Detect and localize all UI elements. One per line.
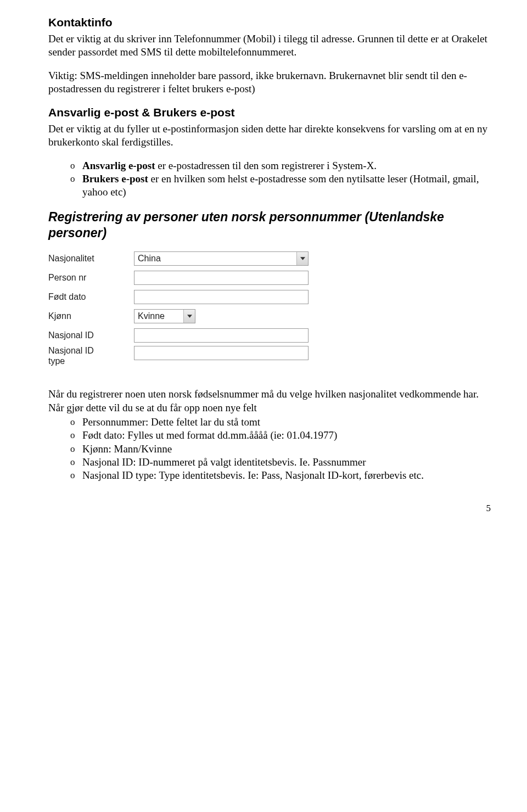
bullet-text: Nasjonal ID type: Type identitetsbevis. … (82, 469, 494, 482)
form-row-nasjonalitet: Nasjonalitet China (48, 249, 309, 268)
bullet-marker: o (70, 456, 82, 469)
label-nasjonalid: Nasjonal ID (48, 331, 134, 340)
bullet-text: Nasjonal ID: ID-nummeret på valgt identi… (82, 456, 494, 469)
label-nasjonalitet: Nasjonalitet (48, 254, 134, 264)
bullet-marker: o (70, 469, 82, 482)
bullet-marker: o (70, 443, 82, 456)
heading-epost: Ansvarlig e-post & Brukers e-post (48, 105, 494, 120)
label-nasjonalidtype: Nasjonal ID type (48, 346, 134, 366)
bullet-text: Kjønn: Mann/Kvinne (82, 443, 494, 456)
select-value: Kvinne (134, 311, 183, 322)
list-item: o Personnummer: Dette feltet lar du stå … (48, 416, 494, 429)
bullet-text: Brukers e-post er en hvilken som helst e… (82, 172, 494, 199)
bullet-list-epost: o Ansvarlig e-post er e-postadressen til… (48, 159, 494, 199)
form-row-nasjonalid: Nasjonal ID (48, 326, 309, 345)
select-nasjonalitet[interactable]: China (134, 251, 309, 266)
paragraph-registrering-1: Når du registrerer noen uten norsk fødse… (48, 388, 494, 415)
bullet-marker: o (70, 172, 82, 186)
form-row-nasjonalidtype: Nasjonal ID type (48, 345, 309, 377)
list-item: o Nasjonal ID type: Type identitetsbevis… (48, 469, 494, 482)
chevron-down-icon (296, 252, 308, 265)
form-row-kjonn: Kjønn Kvinne (48, 306, 309, 326)
label-personnr: Person nr (48, 273, 134, 283)
list-item: o Ansvarlig e-post er e-postadressen til… (48, 159, 494, 172)
bullet-marker: o (70, 159, 82, 172)
page-number: 5 (48, 502, 494, 514)
form-screenshot: Nasjonalitet China Person nr Født dato K… (48, 249, 309, 377)
paragraph-kontaktinfo-2: Viktig: SMS-meldingen inneholder bare pa… (48, 69, 494, 96)
paragraph-epost-1: Det er viktig at du fyller ut e-postinfo… (48, 122, 494, 149)
input-nasjonalid[interactable] (134, 328, 309, 343)
form-row-personnr: Person nr (48, 268, 309, 287)
form-row-fodtdato: Født dato (48, 287, 309, 306)
label-fodtdato: Født dato (48, 292, 134, 302)
chevron-down-icon (183, 310, 195, 323)
paragraph-kontaktinfo-1: Det er viktig at du skriver inn Telefonn… (48, 32, 494, 59)
bullet-text: Ansvarlig e-post er e-postadressen til d… (82, 159, 494, 172)
bullet-text: Født dato: Fylles ut med format dd.mm.åå… (82, 429, 494, 442)
input-fodtdato[interactable] (134, 290, 309, 304)
bullet-list-registrering: o Personnummer: Dette feltet lar du stå … (48, 416, 494, 483)
list-item: o Kjønn: Mann/Kvinne (48, 443, 494, 456)
list-item: o Brukers e-post er en hvilken som helst… (48, 172, 494, 199)
input-nasjonalidtype[interactable] (134, 346, 309, 360)
heading-kontaktinfo: Kontaktinfo (48, 15, 494, 30)
bullet-marker: o (70, 429, 82, 442)
select-kjonn[interactable]: Kvinne (134, 309, 195, 323)
bullet-text: Personnummer: Dette feltet lar du stå to… (82, 416, 494, 429)
select-value: China (134, 253, 296, 264)
list-item: o Født dato: Fylles ut med format dd.mm.… (48, 429, 494, 442)
list-item: o Nasjonal ID: ID-nummeret på valgt iden… (48, 456, 494, 469)
input-personnr[interactable] (134, 271, 309, 285)
bullet-marker: o (70, 416, 82, 429)
label-kjonn: Kjønn (48, 311, 134, 321)
heading-registrering: Registrering av personer uten norsk pers… (48, 209, 494, 242)
